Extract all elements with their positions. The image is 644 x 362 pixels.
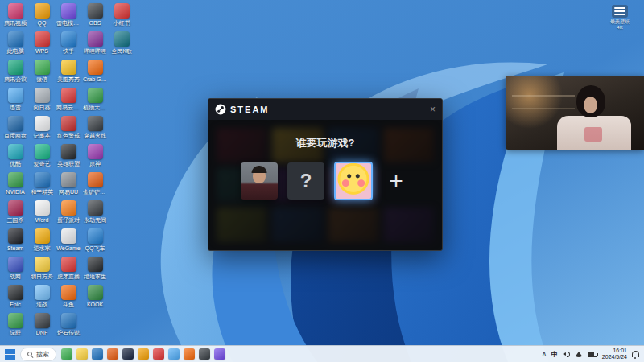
desktop-icon-哔哩哔哩[interactable]: 哔哩哔哩 [83,31,107,55]
desktop-icon-Word[interactable]: Word [30,200,54,224]
desktop-icon-label: 绝地求生 [83,274,107,280]
desktop-icon-百度网盘[interactable]: 百度网盘 [3,116,27,139]
battery-icon[interactable] [588,352,597,357]
account-avatar-cartoon[interactable] [334,162,373,200]
desktop-icon-植物大战僵尸[interactable]: 植物大战僵尸 [83,88,107,111]
desktop-icon-label: 爱奇艺 [30,161,54,167]
desktop-icon-爱奇艺[interactable]: 爱奇艺 [30,144,54,167]
taskbar-clock[interactable]: 16:01 2024/5/24 [602,348,627,360]
taskbar-icon-wechat[interactable] [61,348,72,360]
desktop-icon-WPS[interactable]: WPS [30,31,54,55]
search-label: 搜索 [36,350,49,359]
desktop-icon-雷电模拟器[interactable]: 雷电模拟器 [56,3,80,27]
steam-titlebar[interactable]: STEAM × [208,99,442,120]
desktop-icon-DNF[interactable]: DNF [30,313,54,336]
desktop-icon-逆水寒[interactable]: 逆水寒 [30,228,54,252]
desktop-icon-和平精英[interactable]: 和平精英 [30,172,54,195]
desktop-icon-label: 穿越火线 [83,133,107,139]
desktop-icon-腾讯视频[interactable]: 腾讯视频 [3,3,27,27]
taskbar-icon-obs[interactable] [199,348,210,360]
desktop-icon-label: 小红书 [109,20,134,27]
desktop-icon-label: 红色警戒 [56,133,80,139]
desktop-icon-绝地求生[interactable]: 绝地求生 [83,257,107,280]
desktop-icon-label: Epic [3,302,27,308]
network-icon[interactable] [575,352,583,357]
desktop-icon-原神[interactable]: 原神 [83,144,107,167]
desktop-icon-蛋仔派对[interactable]: 蛋仔派对 [56,200,80,224]
desktop-icon-美图秀秀[interactable]: 美图秀秀 [56,60,80,83]
add-account-button[interactable]: + [382,162,410,200]
app-icon [61,88,76,103]
app-icon [8,3,23,19]
desktop-icon-label: 逆水寒 [30,245,54,252]
taskbar-icon-huya[interactable] [184,348,195,360]
desktop-icon-穿越火线[interactable]: 穿越火线 [83,116,107,139]
desktop-icon-逆战[interactable]: 逆战 [30,285,54,308]
desktop-icon-腾讯会议[interactable]: 腾讯会议 [3,60,27,83]
desktop-icon-明日方舟[interactable]: 明日方舟 [30,257,54,280]
desktop-icon-小红书[interactable]: 小红书 [109,3,134,27]
app-icon [35,144,50,159]
desktop-icon-网易云音乐[interactable]: 网易云音乐 [56,88,80,111]
menu-icon[interactable] [612,5,628,18]
desktop-icon-Crab Game[interactable]: Crab Game [83,60,107,83]
ime-indicator[interactable]: 中 [551,350,558,359]
desktop-icon-Steam[interactable]: Steam [3,228,27,252]
desktop-icon-炉石传说[interactable]: 炉石传说 [56,313,80,336]
notification-bell-icon[interactable] [632,351,639,357]
steam-dialog-body: 谁要玩游戏? ?+ [208,120,442,250]
volume-icon[interactable] [563,351,570,357]
account-avatar-unknown[interactable]: ? [287,162,324,200]
desktop-icon-战网[interactable]: 战网 [3,257,27,280]
desktop-icon-QQ[interactable]: QQ [30,3,54,27]
watermark-line2: 4K [602,25,638,31]
desktop-icon-优酷[interactable]: 优酷 [3,144,27,167]
taskbar-icon-bilibili[interactable] [168,348,180,360]
taskbar-icon-file-explorer[interactable] [76,348,88,360]
app-icon [88,60,103,75]
app-icon [88,257,103,272]
desktop-icon-此电脑[interactable]: 此电脑 [3,31,27,55]
desktop-icon-网易UU[interactable]: 网易UU [56,172,80,195]
desktop-icon-label: 记事本 [30,133,54,139]
desktop-icon-KOOK[interactable]: KOOK [83,285,107,308]
tray-chevron-icon[interactable]: ∧ [542,351,547,357]
account-picker-heading: 谁要玩游戏? [208,136,442,150]
desktop-icon-QQ飞车[interactable]: QQ飞车 [83,228,107,252]
desktop-icon-向日葵[interactable]: 向日葵 [30,88,54,111]
desktop-icon-迅雷[interactable]: 迅雷 [3,88,27,111]
desktop-icon-斗鱼[interactable]: 斗鱼 [56,285,80,308]
desktop-icon-label: 腾讯会议 [3,76,27,83]
app-icon [61,60,76,75]
app-icon [8,257,23,272]
desktop-icon-绿联[interactable]: 绿联 [3,313,27,336]
desktop-icon-全民K歌[interactable]: 全民K歌 [109,31,134,55]
taskbar-search[interactable]: 搜索 [20,348,56,361]
desktop-icon-金铲铲之战[interactable]: 金铲铲之战 [83,172,107,195]
taskbar-icon-game-launcher[interactable] [214,348,225,360]
desktop-icon-WeGame[interactable]: WeGame [56,228,80,252]
taskbar-icon-steam[interactable] [122,348,134,360]
desktop-icon-虎牙直播[interactable]: 虎牙直播 [56,257,80,280]
desktop-icon-OBS[interactable]: OBS [83,3,107,27]
app-icon [88,144,103,159]
start-button[interactable] [5,349,15,360]
taskbar-icon-edge[interactable] [92,348,103,360]
account-avatar-photo[interactable] [241,162,278,200]
desktop-icon-NVIDIA[interactable]: NVIDIA [3,172,27,195]
taskbar-icon-qq[interactable] [138,348,149,360]
desktop-icon-红色警戒[interactable]: 红色警戒 [56,116,80,139]
desktop-icon-微信[interactable]: 微信 [30,60,54,83]
app-icon [35,257,50,272]
background-shelf [512,95,575,97]
desktop-icon-快手[interactable]: 快手 [56,31,80,55]
desktop-icon-英雄联盟[interactable]: 英雄联盟 [56,144,80,167]
desktop-icon-label: 快手 [56,48,80,55]
desktop-icon-三国杀[interactable]: 三国杀 [3,200,27,224]
desktop-icon-Epic[interactable]: Epic [3,285,27,308]
taskbar-icon-browser[interactable] [107,348,118,360]
desktop-icon-记事本[interactable]: 记事本 [30,116,54,139]
desktop-icon-永劫无间[interactable]: 永劫无间 [83,200,107,224]
close-icon[interactable]: × [430,105,436,114]
taskbar-icon-netease-music[interactable] [153,348,164,360]
